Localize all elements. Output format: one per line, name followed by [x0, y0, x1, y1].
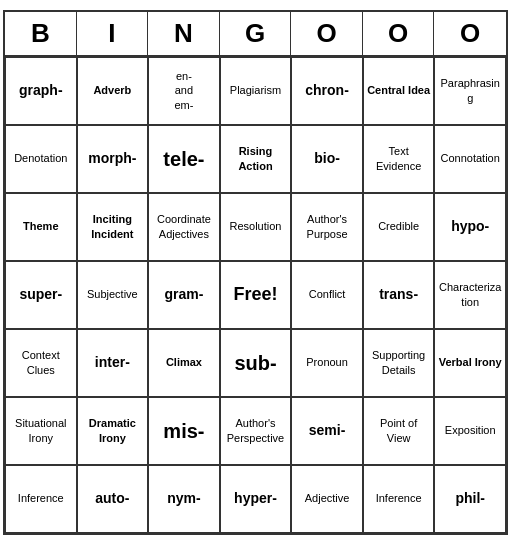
header-cell-o: O: [434, 12, 506, 55]
bingo-cell-9: tele-: [148, 125, 220, 193]
bingo-cell-30: Climax: [148, 329, 220, 397]
header-cell-n: N: [148, 12, 220, 55]
bingo-cell-40: Point of View: [363, 397, 435, 465]
bingo-cell-48: phil-: [434, 465, 506, 533]
bingo-cell-5: Central Idea: [363, 57, 435, 125]
bingo-cell-19: Credible: [363, 193, 435, 261]
bingo-header: BINGOOO: [5, 12, 506, 57]
bingo-grid: graph-Adverben-andem-Plagiarismchron-Cen…: [5, 57, 506, 533]
bingo-cell-21: super-: [5, 261, 77, 329]
bingo-cell-45: hyper-: [220, 465, 292, 533]
bingo-cell-3: Plagiarism: [220, 57, 292, 125]
bingo-cell-14: Theme: [5, 193, 77, 261]
bingo-cell-22: Subjective: [77, 261, 149, 329]
bingo-cell-10: Rising Action: [220, 125, 292, 193]
bingo-cell-23: gram-: [148, 261, 220, 329]
header-cell-o: O: [363, 12, 435, 55]
bingo-cell-17: Resolution: [220, 193, 292, 261]
bingo-cell-13: Connotation: [434, 125, 506, 193]
bingo-cell-31: sub-: [220, 329, 292, 397]
bingo-cell-44: nym-: [148, 465, 220, 533]
bingo-cell-47: Inference: [363, 465, 435, 533]
bingo-cell-27: Characterization: [434, 261, 506, 329]
header-cell-i: I: [77, 12, 149, 55]
header-cell-o: O: [291, 12, 363, 55]
bingo-cell-35: Situational Irony: [5, 397, 77, 465]
bingo-cell-37: mis-: [148, 397, 220, 465]
bingo-cell-42: Inference: [5, 465, 77, 533]
bingo-cell-41: Exposition: [434, 397, 506, 465]
bingo-cell-34: Verbal Irony: [434, 329, 506, 397]
bingo-cell-26: trans-: [363, 261, 435, 329]
bingo-cell-15: Inciting Incident: [77, 193, 149, 261]
bingo-cell-8: morph-: [77, 125, 149, 193]
bingo-cell-4: chron-: [291, 57, 363, 125]
bingo-cell-7: Denotation: [5, 125, 77, 193]
header-cell-g: G: [220, 12, 292, 55]
bingo-cell-18: Author's Purpose: [291, 193, 363, 261]
header-cell-b: B: [5, 12, 77, 55]
bingo-cell-0: graph-: [5, 57, 77, 125]
bingo-cell-16: Coordinate Adjectives: [148, 193, 220, 261]
bingo-cell-32: Pronoun: [291, 329, 363, 397]
bingo-card: BINGOOO graph-Adverben-andem-Plagiarismc…: [3, 10, 508, 535]
bingo-cell-25: Conflict: [291, 261, 363, 329]
bingo-cell-29: inter-: [77, 329, 149, 397]
bingo-cell-43: auto-: [77, 465, 149, 533]
bingo-cell-38: Author's Perspective: [220, 397, 292, 465]
bingo-cell-36: Dramatic Irony: [77, 397, 149, 465]
bingo-cell-11: bio-: [291, 125, 363, 193]
bingo-cell-46: Adjective: [291, 465, 363, 533]
bingo-cell-1: Adverb: [77, 57, 149, 125]
bingo-cell-24: Free!: [220, 261, 292, 329]
bingo-cell-20: hypo-: [434, 193, 506, 261]
bingo-cell-2: en-andem-: [148, 57, 220, 125]
bingo-cell-28: Context Clues: [5, 329, 77, 397]
bingo-cell-6: Paraphrasing: [434, 57, 506, 125]
bingo-cell-33: Supporting Details: [363, 329, 435, 397]
bingo-cell-12: Text Evidence: [363, 125, 435, 193]
bingo-cell-39: semi-: [291, 397, 363, 465]
